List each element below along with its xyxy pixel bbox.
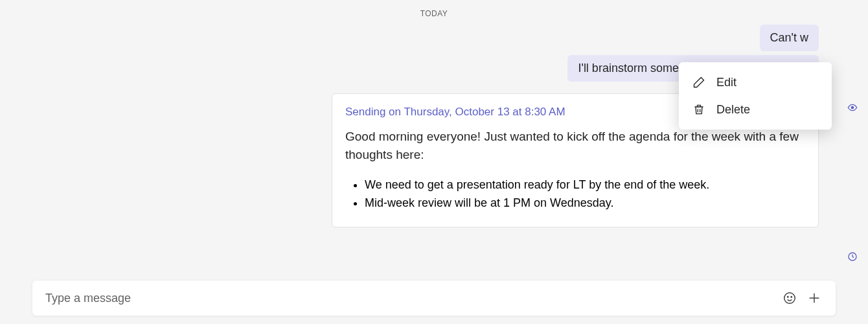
scheduled-bullet-list: We need to get a presentation ready for … [345, 176, 805, 213]
emoji-icon[interactable] [781, 290, 798, 307]
messages-area: Can't w I'll brainstorm some icebreakers… [0, 25, 868, 227]
date-divider: TODAY [0, 0, 868, 25]
bullet-item: Mid-week review will be at 1 PM on Wedne… [365, 194, 805, 213]
message-input[interactable] [45, 292, 773, 305]
svg-point-0 [851, 106, 853, 108]
message-row: Can't w [0, 25, 842, 51]
delete-menu-item[interactable]: Delete [679, 96, 832, 123]
pencil-icon [692, 75, 706, 89]
compose-bar [32, 281, 836, 316]
svg-point-2 [784, 293, 795, 304]
edit-menu-item[interactable]: Edit [679, 69, 832, 96]
plus-icon[interactable] [806, 290, 823, 307]
scheduled-body-text: Good morning everyone! Just wanted to ki… [345, 128, 805, 163]
trash-icon [692, 102, 706, 117]
bullet-item: We need to get a presentation ready for … [365, 176, 805, 194]
svg-point-3 [788, 296, 788, 297]
context-menu: Edit Delete [679, 62, 832, 130]
outgoing-message-1[interactable]: Can't w [760, 25, 819, 51]
delete-label: Delete [716, 103, 750, 117]
edit-label: Edit [716, 76, 737, 89]
read-receipt-icon [847, 102, 858, 113]
scheduled-clock-icon [847, 251, 858, 262]
svg-point-4 [791, 296, 792, 297]
